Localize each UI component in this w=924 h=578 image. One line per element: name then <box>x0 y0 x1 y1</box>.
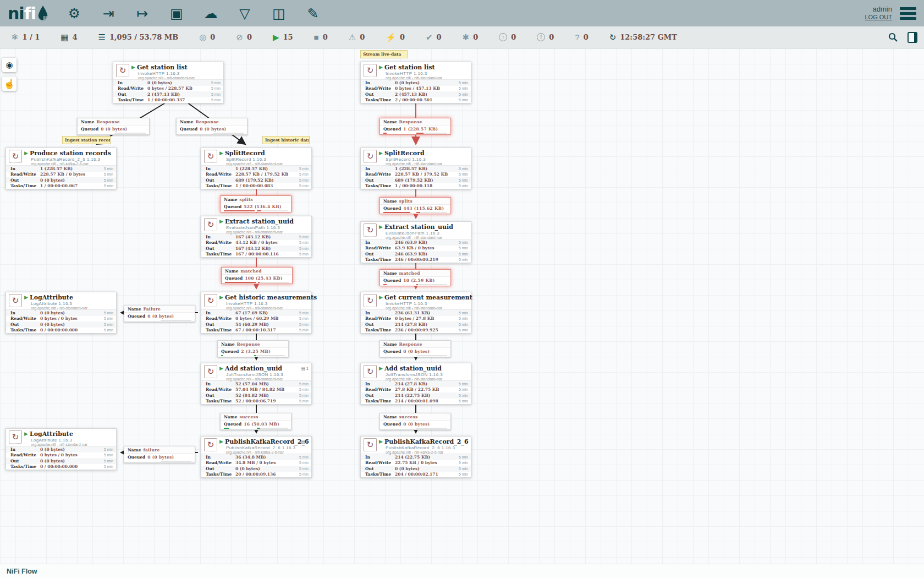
processor-get-station-list-2[interactable]: ↻▶Get station listInvokeHTTP 1.16.3org.a… <box>360 62 471 103</box>
connection-label-splits-a[interactable]: NamesplitsQueued522 (136.4 KB) <box>220 195 292 212</box>
connection-label-response-a[interactable]: NameResponseQueued0 (0 bytes) <box>77 118 150 135</box>
stat-row-taskstime: Tasks/Time1 / 00:00:00.3375 min <box>113 97 223 103</box>
connection-label-matched-b[interactable]: NamematchedQueued10 (2.59 KB) <box>380 269 451 286</box>
status-item-running: ▶15 <box>273 33 293 41</box>
connection-queued: 443 (115.62 KB) <box>403 206 444 211</box>
connection-label-response-e[interactable]: NameResponseQueued0 (0 bytes) <box>380 340 451 357</box>
processor-bundle: org.apache.nifi - nifi-kafka-2-6-nar <box>386 450 468 454</box>
panel-toggle-icon[interactable] <box>908 32 917 43</box>
refresh-icon[interactable]: ↻ <box>609 33 617 41</box>
remote-process-group-icon[interactable]: ☁ <box>201 3 221 23</box>
connection-label-response-c[interactable]: NameResponseQueued1 (228.57 KB) <box>380 118 451 135</box>
connection-queued: 100 (25.43 KB) <box>245 276 283 281</box>
active-threads-icon: ▦ <box>61 33 68 41</box>
processor-bundle: org.apache.nifi - nifi-standard-nar <box>226 306 309 310</box>
stopped-count: 0 <box>323 33 328 41</box>
flow-canvas[interactable]: ◉ ☝ ↻▶Get station listInvokeHTTP 1.16.3o… <box>0 48 924 564</box>
stat-row-out: Out0 (0 bytes)5 min <box>201 466 311 472</box>
processor-icon[interactable]: ⚙ <box>64 3 84 23</box>
status-item-locally-modified-and-stale: !0 <box>537 33 554 41</box>
processor-bundle: org.apache.nifi - nifi-kafka-2-6-nar <box>226 450 309 454</box>
stat-row-readwrite: Read/Write57.04 MB / 84.82 MB5 min <box>201 387 311 393</box>
stat-row-in: In52 (57.04 MB)5 min <box>201 381 311 387</box>
processor-splitrecord-2[interactable]: ↻▶SplitRecordSplitRecord 1.16.3org.apach… <box>360 148 471 189</box>
status-item-queued: ☰1,095 / 53.78 MB <box>98 33 179 41</box>
breadcrumb[interactable]: NiFi Flow <box>7 568 37 575</box>
canvas-label-ingest-station-records[interactable]: Ingest station records <box>62 136 111 144</box>
connection-label-failure-a[interactable]: NameFailureQueued0 (0 bytes) <box>124 305 195 322</box>
stat-row-taskstime: Tasks/Time2 / 00:00:00.5015 min <box>361 97 471 103</box>
processor-logattribute-1[interactable]: ↻▶LogAttributeLogAttribute 1.16.3org.apa… <box>6 292 117 334</box>
invalid-count: 0 <box>360 33 365 41</box>
processor-type-icon: ↻ <box>9 150 22 163</box>
label-icon[interactable]: ✎ <box>303 3 323 23</box>
connection-label-failure-b[interactable]: NamefailureQueued0 (0 bytes) <box>124 446 195 463</box>
processor-produce-station-records[interactable]: ↻▶Produce station recordsPublishKafkaRec… <box>6 148 117 189</box>
stat-row-in: In36 (34.8 MB)5 min <box>201 454 311 460</box>
connection-label-splits-b[interactable]: NamesplitsQueued443 (115.62 KB) <box>380 197 451 214</box>
logout-link[interactable]: LOG OUT <box>865 13 892 21</box>
processor-type: SplitRecord 1.16.3 <box>226 157 309 162</box>
transmitting-count: 0 <box>210 33 215 41</box>
connection-label-success-a[interactable]: NamesuccessQueued16 (50.03 MB) <box>220 413 292 430</box>
processor-add-station-uuid-2[interactable]: ↻▶Add station_uuidJoltTransformJSON 1.16… <box>360 363 471 405</box>
connection-label-matched-a[interactable]: NamematchedQueued100 (25.43 KB) <box>221 267 293 284</box>
canvas-label-stream-live-data[interactable]: Stream live-data <box>360 50 408 58</box>
connection-queued: 0 (0 bytes) <box>403 422 430 427</box>
connection-label-response-d[interactable]: NameResponseQueued2 (3.25 MB) <box>217 340 289 357</box>
connection-name: matched <box>399 271 420 276</box>
connection-label-success-b[interactable]: NamesuccessQueued0 (0 bytes) <box>380 413 451 430</box>
queue-size-bar <box>416 212 447 214</box>
operate-palette-button[interactable]: ☝ <box>2 77 16 91</box>
processor-extract-station-uuid-2[interactable]: ↻▶Extract station_uuidEvaluateJsonPath 1… <box>360 221 471 263</box>
running-icon: ▶ <box>273 33 279 41</box>
invalid-icon: ⚠ <box>349 33 356 41</box>
navigate-palette-button[interactable]: ◉ <box>2 58 16 72</box>
processor-type-icon: ↻ <box>116 64 129 77</box>
processor-get-current-measurement[interactable]: ↻▶Get current measurementInvokeHTTP 1.16… <box>360 292 471 334</box>
template-icon[interactable]: ◫ <box>269 3 289 23</box>
component-toolbar: ⚙⇥↦▣☁▽◫✎ <box>64 3 323 23</box>
running-status-icon: ▶ <box>379 439 383 444</box>
processor-bundle: org.apache.nifi - nifi-standard-nar <box>138 76 221 80</box>
queue-size-bar <box>258 282 289 283</box>
processor-bundle: org.apache.nifi - nifi-standard-nar <box>386 76 468 80</box>
processor-publishkafkarecord-1[interactable]: ↻▶PublishKafkaRecord_2_6PublishKafkaReco… <box>201 436 312 478</box>
processor-type-icon: ↻ <box>364 64 377 77</box>
processor-extract-station-uuid-1[interactable]: ↻▶Extract station_uuidEvaluateJsonPath 1… <box>201 216 312 258</box>
queue-size-bar <box>213 133 244 134</box>
sync-failure-count: 0 <box>584 33 588 41</box>
stat-row-taskstime: Tasks/Time0 / 00:00:00.0005 min <box>6 464 116 470</box>
status-item-invalid: ⚠0 <box>349 33 365 41</box>
global-menu-icon[interactable] <box>900 7 916 20</box>
connection-name: success <box>399 415 417 419</box>
stat-row-in: In167 (43.12 KB)5 min <box>201 234 311 240</box>
canvas-label-ingest-historic-data[interactable]: Ingest historic data <box>262 136 310 144</box>
queue-count-bar <box>221 355 223 357</box>
running-status-icon: ▶ <box>131 65 135 70</box>
status-item-stopped: ■0 <box>314 33 328 41</box>
active-threads-badge: ▤ 1 <box>301 366 309 371</box>
running-status-icon: ▶ <box>379 225 383 230</box>
processor-get-station-list-1[interactable]: ↻▶Get station listInvokeHTTP 1.16.3org.a… <box>113 62 224 103</box>
status-item-sync-failure: ?0 <box>575 33 588 41</box>
last-refresh-time: 12:58:27 GMT <box>620 33 677 41</box>
connection-name: Response <box>237 342 260 347</box>
processor-get-historic-measurements[interactable]: ↻▶Get historic measurementsInvokeHTTP 1.… <box>201 292 312 334</box>
processor-logattribute-2[interactable]: ↻▶LogAttributeLogAttribute 1.16.3org.apa… <box>6 428 117 470</box>
processor-splitrecord-1[interactable]: ↻▶SplitRecordSplitRecord 1.16.3org.apach… <box>201 148 312 189</box>
not-transmitting-icon: ⊘ <box>236 33 243 41</box>
processor-add-station-uuid-1[interactable]: ↻▶Add station_uuidJoltTransformJSON 1.16… <box>201 363 312 405</box>
search-icon[interactable] <box>887 31 900 44</box>
processor-publishkafkarecord-2[interactable]: ↻▶PublishKafkaRecord_2_6PublishKafkaReco… <box>360 436 471 478</box>
nifi-app: nifi ⚙⇥↦▣☁▽◫✎ admin LOG OUT ⚛1 / 1▦4☰1,0… <box>0 0 924 578</box>
stat-row-in: In1 (228.57 KB)5 min <box>6 166 116 172</box>
processor-type-icon: ↻ <box>204 294 217 307</box>
output-port-icon[interactable]: ↦ <box>133 3 152 23</box>
connection-label-response-b[interactable]: NameResponseQueued0 (0 bytes) <box>176 118 248 135</box>
process-group-icon[interactable]: ▣ <box>167 3 186 23</box>
funnel-icon[interactable]: ▽ <box>235 3 255 23</box>
queue-count-bar <box>383 212 410 214</box>
input-port-icon[interactable]: ⇥ <box>98 3 118 23</box>
running-status-icon: ▶ <box>379 65 383 70</box>
